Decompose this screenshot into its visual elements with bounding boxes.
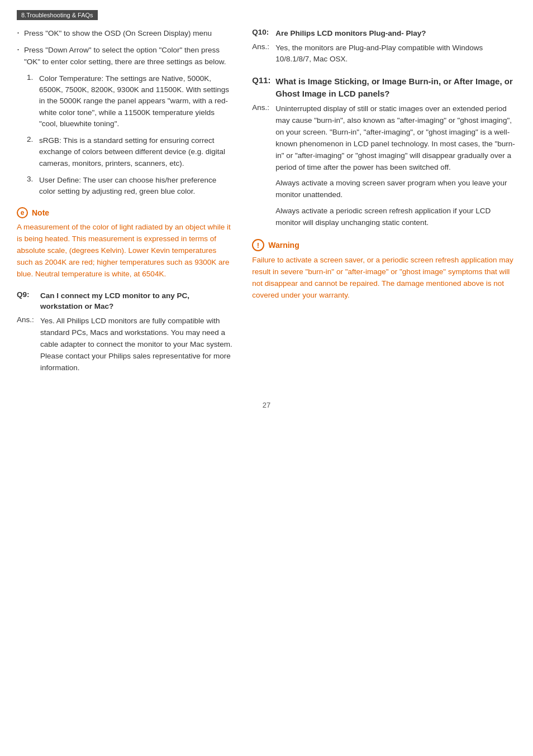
bullet-icon: · xyxy=(17,44,20,55)
answer-text: Yes, the monitors are Plug-and-Play comp… xyxy=(275,42,516,66)
question-label: Q10: xyxy=(252,28,275,36)
warning-icon: ! xyxy=(252,239,264,251)
bullet-text: Press "Down Arrow" to select the option … xyxy=(24,45,233,68)
question-line: Q10: Are Philips LCD monitors Plug-and- … xyxy=(252,28,516,39)
answer-line: Ans.: Yes. All Philips LCD monitors are … xyxy=(17,315,233,374)
list-item-text: sRGB: This is a standard setting for ens… xyxy=(39,135,233,169)
answer-text: Uninterrupted display of still or static… xyxy=(275,103,516,174)
note-box: e Note A measurement of the color of lig… xyxy=(17,207,233,280)
list-number: 2. xyxy=(27,135,39,143)
qa-block-q10: Q10: Are Philips LCD monitors Plug-and- … xyxy=(252,28,516,65)
question-text: Can I connect my LCD monitor to any PC, … xyxy=(40,290,233,312)
list-item: 2. sRGB: This is a standard setting for … xyxy=(27,135,233,169)
answer-line: Ans.: Uninterrupted display of still or … xyxy=(252,103,516,174)
question-text: What is Image Sticking, or Image Burn-in… xyxy=(275,75,516,100)
question-line: Q11: What is Image Sticking, or Image Bu… xyxy=(252,75,516,100)
note-text: A measurement of the color of light radi… xyxy=(17,222,233,280)
question-label: Q11: xyxy=(252,75,275,85)
answer-text: Yes. All Philips LCD monitors are fully … xyxy=(40,315,233,374)
answer-continuation: Always activate a moving screen saver pr… xyxy=(252,178,516,201)
list-item: · Press "OK" to show the OSD (On Screen … xyxy=(17,28,233,39)
note-header: e Note xyxy=(17,207,233,218)
list-number: 3. xyxy=(27,175,39,183)
answer-continuation-2: Always activate a periodic screen refres… xyxy=(252,205,516,229)
list-number: 1. xyxy=(27,73,39,82)
note-label: Note xyxy=(32,208,49,217)
answer-label: Ans.: xyxy=(252,103,275,112)
page: 8.Troubleshooting & FAQs · Press "OK" to… xyxy=(0,0,533,432)
list-item-text: Color Temperature: The settings are Nati… xyxy=(39,73,233,130)
warning-text: Failure to activate a screen saver, or a… xyxy=(252,255,516,302)
list-item: · Press "Down Arrow" to select the optio… xyxy=(17,45,233,68)
right-column: Q10: Are Philips LCD monitors Plug-and- … xyxy=(246,28,516,384)
bullet-text: Press "OK" to show the OSD (On Screen Di… xyxy=(24,28,212,39)
answer-label: Ans.: xyxy=(17,315,40,324)
numbered-list: 1. Color Temperature: The settings are N… xyxy=(27,73,233,198)
warning-label: Warning xyxy=(268,241,299,250)
question-line: Q9: Can I connect my LCD monitor to any … xyxy=(17,290,233,312)
question-text: Are Philips LCD monitors Plug-and- Play? xyxy=(275,28,426,39)
bullet-icon: · xyxy=(17,27,20,39)
warning-box: ! Warning Failure to activate a screen s… xyxy=(252,239,516,302)
list-item: 3. User Define: The user can choose his/… xyxy=(27,175,233,198)
question-label: Q9: xyxy=(17,290,40,299)
qa-block-q9: Q9: Can I connect my LCD monitor to any … xyxy=(17,290,233,374)
list-item-text: User Define: The user can choose his/her… xyxy=(39,175,233,198)
answer-line: Ans.: Yes, the monitors are Plug-and-Pla… xyxy=(252,42,516,66)
list-item: 1. Color Temperature: The settings are N… xyxy=(27,73,233,130)
note-icon: e xyxy=(17,207,28,218)
answer-label: Ans.: xyxy=(252,42,275,51)
page-number: 27 xyxy=(17,401,516,409)
warning-header: ! Warning xyxy=(252,239,516,251)
qa-block-q11: Q11: What is Image Sticking, or Image Bu… xyxy=(252,75,516,229)
svg-text:!: ! xyxy=(257,241,259,250)
section-header: 8.Troubleshooting & FAQs xyxy=(17,10,98,20)
left-column: · Press "OK" to show the OSD (On Screen … xyxy=(17,28,246,384)
two-column-layout: · Press "OK" to show the OSD (On Screen … xyxy=(17,28,516,384)
